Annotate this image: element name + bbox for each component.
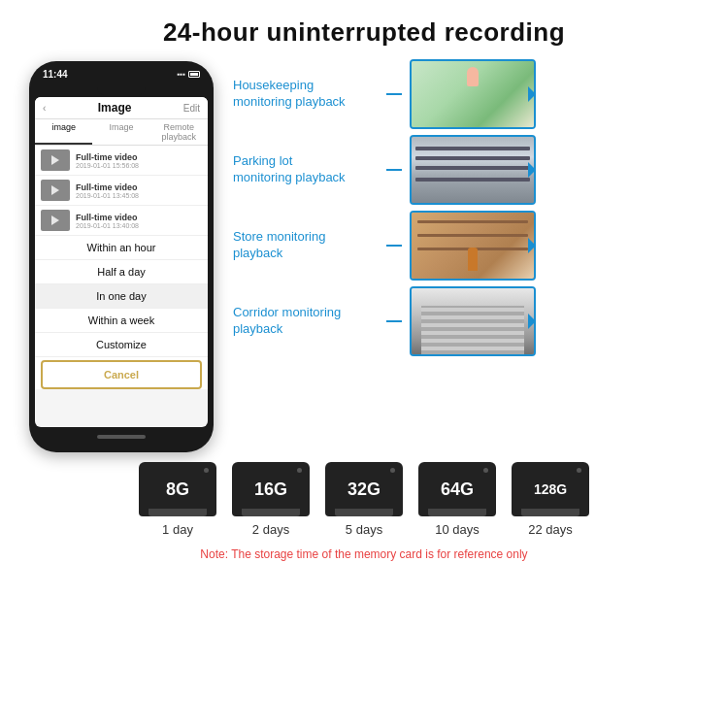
play-icon-2 [51,185,59,195]
popup-item-5[interactable]: Customize [35,333,208,357]
edit-button[interactable]: Edit [183,103,200,114]
monitoring-img-4 [410,286,536,356]
connector-line-1 [386,93,402,95]
connector-line-2 [386,169,402,171]
video-thumb-1 [41,149,70,171]
monitoring-item-2: Parking lotmonitoring playback [233,135,709,205]
sd-capacity-5: 128G [534,481,567,497]
arrow-icon-1 [528,86,536,102]
connector-line-3 [386,245,402,247]
connector-line-4 [386,320,402,322]
screen-tabs: image Image Remote playback [35,119,208,146]
home-bar [97,435,146,439]
sd-card-2: 16G [232,462,310,516]
popup-item-2[interactable]: Half a day [35,260,208,284]
storage-section: 8G 1 day 16G 2 days 32G 5 days 64G 10 da… [0,452,728,541]
phone-notch [97,82,146,95]
monitoring-img-1 [410,59,536,129]
monitoring-label-3: Store monitoringplayback [233,229,379,262]
video-title-1: Full-time video [76,152,202,162]
tab-remote-playback[interactable]: Remote playback [150,119,208,145]
storage-days-3: 5 days [346,522,382,537]
popup-menu: Within an hour Half a day In one day Wit… [35,236,208,389]
sd-capacity-1: 8G [166,480,189,500]
video-date-2: 2019-01-01 13:45:08 [76,192,202,199]
main-content: 11:44 ▪▪▪ ‹ Image Edit image Image [0,57,728,452]
monitoring-img-2 [410,135,536,205]
video-date-1: 2019-01-01 15:56:08 [76,162,202,169]
play-icon-1 [51,155,59,165]
monitoring-list: Housekeepingmonitoring playback Parking … [233,57,709,356]
popup-item-1[interactable]: Within an hour [35,236,208,260]
note-section: Note: The storage time of the memory car… [0,541,728,568]
screen-title: Image [98,101,132,115]
monitoring-item-1: Housekeepingmonitoring playback [233,59,709,129]
video-info-2: Full-time video 2019-01-01 13:45:08 [76,182,202,199]
sd-card-4: 64G [418,462,496,516]
phone-mockup: 11:44 ▪▪▪ ‹ Image Edit image Image [19,61,223,452]
video-title-3: Full-time video [76,213,202,222]
video-title-2: Full-time video [76,182,202,192]
storage-item-5: 128G 22 days [512,462,589,537]
arrow-icon-4 [528,314,536,329]
tab-image2[interactable]: Image [92,119,149,145]
monitoring-item-4: Corridor monitoringplayback [233,286,709,356]
note-text: Note: The storage time of the memory car… [200,547,527,561]
video-info-3: Full-time video 2019-01-01 13:40:08 [76,213,202,229]
video-item-2[interactable]: Full-time video 2019-01-01 13:45:08 [35,176,208,206]
monitoring-item-3: Store monitoringplayback [233,211,709,281]
arrow-icon-2 [528,162,536,178]
sd-card-3: 32G [325,462,403,516]
screen-header: ‹ Image Edit [35,97,208,119]
sd-capacity-2: 16G [254,480,287,500]
storage-days-1: 1 day [162,522,193,537]
sd-card-1: 8G [139,462,216,516]
video-thumb-3 [41,210,70,231]
sd-capacity-4: 64G [441,480,474,500]
storage-item-1: 8G 1 day [139,462,216,537]
phone-status-icons: ▪▪▪ [177,70,200,79]
signal-icon: ▪▪▪ [177,70,185,79]
video-info-1: Full-time video 2019-01-01 15:56:08 [76,152,202,169]
phone-status-bar: 11:44 ▪▪▪ [35,69,208,82]
arrow-icon-3 [528,238,536,253]
sd-capacity-3: 32G [347,480,381,500]
storage-item-4: 64G 10 days [418,462,496,537]
video-item-1[interactable]: Full-time video 2019-01-01 15:56:08 [35,146,208,176]
monitoring-label-4: Corridor monitoringplayback [233,305,379,338]
video-date-3: 2019-01-01 13:40:08 [76,222,202,229]
storage-item-2: 16G 2 days [232,462,310,537]
play-icon-3 [51,215,59,225]
storage-item-3: 32G 5 days [325,462,403,537]
storage-days-4: 10 days [435,522,480,537]
sd-card-5: 128G [512,462,589,516]
tab-image[interactable]: image [35,119,92,145]
popup-item-3[interactable]: In one day [35,284,208,309]
page-title: 24-hour uninterrupted recording [0,17,728,48]
monitoring-img-3 [410,211,536,281]
video-item-3[interactable]: Full-time video 2019-01-01 13:40:08 [35,206,208,236]
storage-days-2: 2 days [252,522,289,537]
phone-time: 11:44 [43,69,68,80]
battery-icon [188,71,200,78]
cancel-button[interactable]: Cancel [41,360,202,389]
monitoring-label-2: Parking lotmonitoring playback [233,153,379,186]
page-header: 24-hour uninterrupted recording [0,0,728,57]
monitoring-label-1: Housekeepingmonitoring playback [233,78,379,111]
popup-item-4[interactable]: Within a week [35,309,208,333]
phone-screen: ‹ Image Edit image Image Remote playback [35,97,208,427]
back-icon[interactable]: ‹ [43,103,46,114]
video-thumb-2 [41,180,70,201]
storage-days-5: 22 days [528,522,573,537]
phone-body: 11:44 ▪▪▪ ‹ Image Edit image Image [29,61,214,452]
